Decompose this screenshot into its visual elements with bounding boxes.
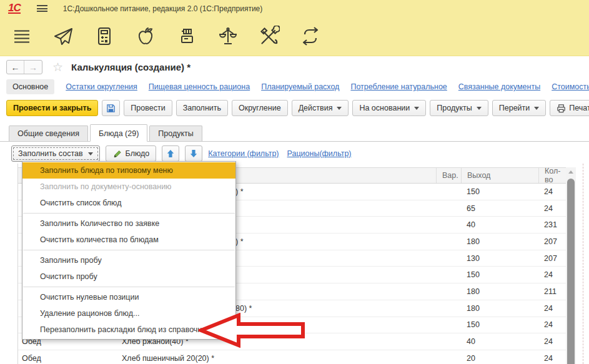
print-icon — [557, 104, 566, 113]
menu-item[interactable]: Перезаполнить раскладки блюд из справочн… — [22, 322, 235, 338]
cell-out: 130 — [461, 254, 538, 263]
sync-icon[interactable] — [299, 25, 322, 47]
page-title: Калькуляция (создание) * — [71, 62, 191, 72]
cell-qty: 207 — [538, 254, 566, 263]
main-menu-hamburger-icon[interactable] — [37, 5, 47, 12]
cell-out: 40 — [461, 220, 538, 229]
cell-out: 65 — [461, 204, 538, 213]
application-window: 1С 1С:Дошкольное питание, редакция 2.0 (… — [0, 0, 589, 364]
menu-item[interactable]: Очистить список блюд — [22, 195, 235, 211]
menu-item[interactable]: Очистить нулевые позиции — [22, 289, 235, 305]
content-tab[interactable]: Блюда (29) — [90, 124, 147, 142]
menu-item[interactable]: Заполнить пробу — [22, 252, 235, 268]
command-button-label: Продукты — [437, 104, 472, 112]
cash-register-icon[interactable] — [176, 25, 198, 47]
cell-qty: 24 — [538, 354, 566, 363]
move-up-button[interactable] — [162, 145, 179, 162]
command-button-label: Заполнить — [183, 104, 221, 112]
dish-button-label: Блюдо — [126, 149, 150, 158]
menu-lines-icon[interactable] — [11, 25, 33, 47]
cell-out: 20 — [461, 354, 538, 363]
section-link[interactable]: Связанные документы — [458, 82, 540, 91]
tab-osnovnoe[interactable]: Основное — [6, 79, 54, 94]
menu-item[interactable]: Заполнить Количество по заявке — [22, 215, 235, 232]
history-buttons: ← → — [6, 60, 42, 74]
column-header-var[interactable]: Вар. — [436, 168, 461, 183]
navigation-row: ← → ☆ Калькуляция (создание) * — [0, 57, 589, 77]
send-icon[interactable] — [52, 25, 74, 47]
command-button[interactable]: Перейти — [492, 100, 547, 116]
command-button[interactable]: Заполнить — [176, 100, 228, 116]
command-button[interactable]: Продукты — [430, 100, 488, 116]
arrow-up-icon — [166, 149, 175, 158]
content-tab[interactable]: Общие сведения — [9, 125, 88, 141]
section-link[interactable]: Пищевая ценность рациона — [149, 82, 250, 91]
dish-button[interactable]: Блюдо — [106, 145, 157, 162]
filter-link[interactable]: Рационы(фильтр) — [287, 149, 352, 158]
command-button-label: Провести и закрыть — [13, 104, 91, 112]
menu-item: Заполнить по документу-основанию — [22, 179, 235, 195]
cell-out: 150 — [461, 270, 538, 279]
pencil-icon — [112, 149, 122, 159]
menu-item[interactable]: Очистить количества по блюдам — [22, 232, 235, 248]
triangle-up-icon — [568, 170, 573, 174]
cell-out: 180 — [461, 237, 538, 246]
cell-out: 150 — [461, 187, 538, 196]
cell-qty: 24 — [538, 270, 566, 279]
menu-item[interactable]: Удаление рационов блюд... — [22, 305, 235, 322]
back-button[interactable]: ← — [7, 61, 24, 74]
command-bar: Провести и закрытьПровестиЗаполнитьОкруг… — [0, 97, 589, 119]
cell-qty: 231 — [538, 220, 566, 229]
favorite-star-icon[interactable]: ☆ — [52, 60, 63, 74]
forward-button[interactable]: → — [24, 61, 42, 74]
menu-item[interactable]: Очистить пробу — [22, 268, 235, 285]
section-link[interactable]: Остатки округления — [66, 82, 137, 91]
command-button[interactable]: На основании — [352, 100, 426, 116]
command-button-label: На основании — [359, 104, 410, 112]
section-link[interactable]: Стоимость питания — [552, 82, 589, 91]
command-button[interactable]: Провести — [124, 100, 172, 116]
cell-out: 180 — [461, 287, 538, 296]
scales-icon[interactable] — [217, 25, 239, 47]
menu-item[interactable]: Заполнить блюда по типовому меню — [22, 162, 235, 179]
fill-composition-dropdown-menu: Заполнить блюда по типовому менюЗаполнит… — [22, 161, 236, 340]
chevron-down-icon — [414, 107, 419, 110]
filter-link[interactable]: Категории (фильтр) — [208, 149, 279, 158]
cell-qty: 24 — [538, 320, 566, 329]
column-header-out[interactable]: Выход — [461, 168, 538, 183]
cell-qty: 24 — [538, 204, 566, 213]
section-link[interactable]: Планируемый расход — [261, 82, 339, 91]
apple-icon[interactable] — [134, 25, 157, 47]
arrow-down-icon — [189, 149, 198, 158]
move-down-button[interactable] — [185, 145, 202, 162]
chevron-down-icon — [477, 107, 482, 110]
title-bar: 1С 1С:Дошкольное питание, редакция 2.0 (… — [0, 0, 589, 17]
tools-icon[interactable] — [258, 25, 280, 47]
command-button[interactable]: Действия — [292, 100, 349, 116]
chevron-down-icon — [337, 107, 342, 110]
vertical-scrollbar[interactable] — [566, 167, 576, 364]
window-title: 1С:Дошкольное питание, редакция 2.0 (1С:… — [63, 4, 263, 13]
cell-qty: 24 — [538, 337, 566, 346]
save-button[interactable] — [102, 100, 120, 116]
cell-dish: Хлеб пшеничный 20(20) * — [120, 354, 436, 363]
command-button[interactable]: Округление — [232, 100, 288, 116]
table-row[interactable]: ОбедХлеб пшеничный 20(20) *2024 — [18, 350, 566, 364]
section-link[interactable]: Потребление натуральное — [350, 82, 447, 91]
command-button[interactable]: Провести и закрыть — [6, 100, 98, 116]
command-button-label: Перейти — [499, 104, 530, 112]
content-tab[interactable]: Продукты — [149, 125, 202, 141]
calculator-icon[interactable] — [93, 25, 116, 47]
scroll-up-button[interactable] — [566, 167, 576, 177]
scrollbar-thumb[interactable] — [567, 179, 575, 364]
command-button-label: Печать — [569, 104, 589, 112]
fill-composition-button[interactable]: Заполнить состав — [11, 145, 100, 162]
menu-separator — [23, 287, 235, 287]
cell-out: 40 — [461, 337, 538, 346]
form-right-dashed-edge — [583, 164, 583, 364]
print-button[interactable]: Печать — [550, 100, 589, 116]
column-header-qty[interactable]: Кол-во — [538, 168, 566, 183]
fill-composition-label: Заполнить состав — [18, 149, 83, 158]
command-button-label: Действия — [299, 104, 333, 112]
section-tabs: Основное Остатки округленияПищевая ценно… — [0, 77, 589, 96]
